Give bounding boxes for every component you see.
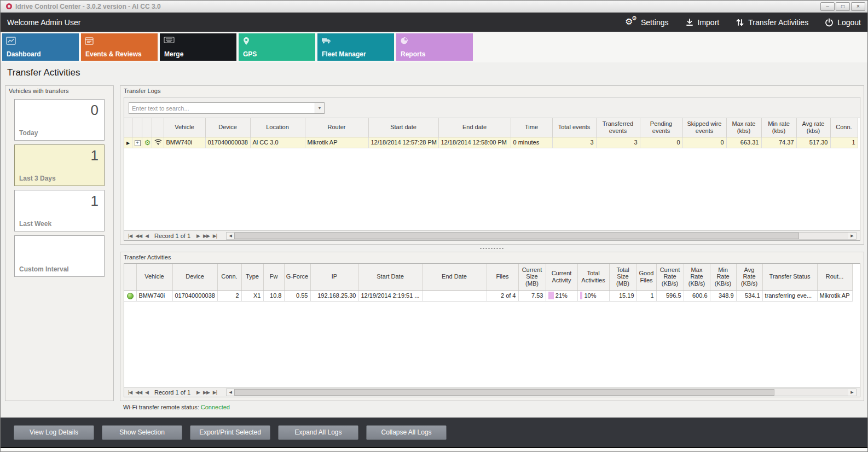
cell-avg-rate[interactable]: 517.30 xyxy=(796,137,830,148)
column-header[interactable]: Device xyxy=(172,264,217,290)
expand-all-logs-button[interactable]: Expand All Logs xyxy=(278,425,358,440)
column-header[interactable]: Transferred events xyxy=(596,118,640,137)
column-header[interactable]: Avg rate (kbs) xyxy=(796,118,830,137)
scrollbar-track[interactable] xyxy=(234,389,848,396)
scrollbar-thumb[interactable] xyxy=(234,389,774,396)
column-header[interactable]: Min Rate (KB/s) xyxy=(710,264,736,290)
collapse-all-logs-button[interactable]: Collapse All Logs xyxy=(366,425,447,440)
column-header[interactable]: Device xyxy=(205,118,250,137)
scrollbar-thumb[interactable] xyxy=(234,233,799,239)
scroll-right-icon[interactable]: ▶ xyxy=(848,390,856,395)
column-header[interactable]: Total Activities xyxy=(577,264,609,290)
cell-min-rate[interactable]: 74.37 xyxy=(761,137,796,148)
panel-splitter[interactable] xyxy=(120,246,864,251)
view-log-details-button[interactable]: View Log Details xyxy=(14,425,94,440)
pager-next-page-button[interactable]: ▶▶ xyxy=(202,233,210,239)
column-header[interactable]: Conn. xyxy=(830,118,858,137)
scroll-left-icon[interactable]: ◀ xyxy=(227,234,234,238)
tile-gps[interactable]: GPS xyxy=(239,33,315,61)
scroll-left-icon[interactable]: ◀ xyxy=(227,390,234,395)
cell-ip[interactable]: 192.168.25.30 xyxy=(310,290,358,301)
cell-files[interactable]: 2 of 4 xyxy=(487,290,518,301)
cell-fw[interactable]: 10.8 xyxy=(263,290,284,301)
cell-g-force[interactable]: 0.55 xyxy=(284,290,310,301)
cell-device[interactable]: 017040000038 xyxy=(205,137,250,148)
tile-dashboard[interactable]: Dashboard xyxy=(2,33,79,61)
column-header[interactable]: Time xyxy=(511,118,552,137)
cell-transferred-events[interactable]: 3 xyxy=(596,137,640,148)
pager-first-button[interactable]: |◀ xyxy=(128,390,132,395)
cell-router[interactable]: Mikrotik AP xyxy=(305,137,368,148)
column-header[interactable]: Skipped wire events xyxy=(682,118,726,137)
cell-start-date[interactable]: 12/18/2014 12:57:28 PM xyxy=(368,137,438,148)
cell-location[interactable]: Al CC 3.0 xyxy=(250,137,305,148)
column-header[interactable]: Min rate (kbs) xyxy=(761,118,796,137)
column-header[interactable]: Max rate (kbs) xyxy=(726,118,761,137)
cell-max-rate[interactable]: 600.6 xyxy=(684,290,710,301)
column-header[interactable]: Vehicle xyxy=(136,264,172,290)
activity-row[interactable]: BMW740i 017040000038 2 X1 10.8 0.55 192.… xyxy=(124,290,852,301)
pager-next-button[interactable]: ▶ xyxy=(196,390,200,395)
column-header[interactable]: G-Force xyxy=(284,264,310,290)
cell-conn[interactable]: 1 xyxy=(830,137,858,148)
scrollbar-track[interactable] xyxy=(234,233,848,239)
import-button[interactable]: Import xyxy=(685,18,720,27)
tile-merge[interactable]: Merge xyxy=(160,33,236,61)
cell-router[interactable]: Mikrotik AP xyxy=(817,290,852,301)
cell-device[interactable]: 017040000038 xyxy=(172,290,217,301)
horizontal-scrollbar[interactable]: ◀ ▶ xyxy=(226,389,857,396)
search-dropdown-button[interactable]: ▼ xyxy=(315,103,324,113)
card-custom-interval[interactable]: Custom Interval xyxy=(14,235,105,277)
column-header[interactable]: Fw xyxy=(263,264,284,290)
cell-current-size[interactable]: 7.53 xyxy=(518,290,546,301)
column-header[interactable]: Transfer Status xyxy=(762,264,817,290)
cell-time[interactable]: 0 minutes xyxy=(511,137,552,148)
card-last-week[interactable]: 1 Last Week xyxy=(14,190,105,231)
cell-current-activity[interactable]: 21% xyxy=(546,290,577,301)
search-input[interactable] xyxy=(129,103,315,113)
column-header[interactable]: Current Activity xyxy=(546,264,577,290)
tile-fleet-manager[interactable]: Fleet Manager xyxy=(317,33,394,61)
cell-type[interactable]: X1 xyxy=(241,290,263,301)
cell-end-date[interactable] xyxy=(422,290,487,301)
horizontal-scrollbar[interactable]: ◀ ▶ xyxy=(226,232,857,240)
cell-start-date[interactable]: 12/19/2014 2:19:51 ... xyxy=(358,290,422,301)
cell-conn[interactable]: 2 xyxy=(217,290,241,301)
cell-end-date[interactable]: 12/18/2014 12:58:00 PM xyxy=(438,137,511,148)
column-header[interactable]: Current Size (MB) xyxy=(518,264,546,290)
cell-max-rate[interactable]: 663.31 xyxy=(726,137,761,148)
minimize-button[interactable]: – xyxy=(820,2,835,11)
cell-transfer-status[interactable]: transferring eve... xyxy=(762,290,817,301)
cell-avg-rate[interactable]: 534.1 xyxy=(736,290,762,301)
cell-vehicle[interactable]: BMW740i xyxy=(164,137,205,148)
column-header[interactable]: Max Rate (KB/s) xyxy=(684,264,710,290)
column-header[interactable]: Type xyxy=(241,264,263,290)
column-header[interactable]: Total Size (MB) xyxy=(609,264,636,290)
cell-good-files[interactable]: 1 xyxy=(636,290,656,301)
column-header[interactable]: Current Rate (KB/s) xyxy=(656,264,684,290)
pager-last-button[interactable]: ▶| xyxy=(212,233,217,239)
close-button[interactable]: × xyxy=(851,2,865,11)
column-header[interactable]: Conn. xyxy=(217,264,241,290)
pager-prev-page-button[interactable]: ◀◀ xyxy=(135,233,142,239)
column-header[interactable]: Location xyxy=(250,118,305,137)
card-today[interactable]: 0 Today xyxy=(14,99,105,141)
pager-first-button[interactable]: |◀ xyxy=(128,233,132,239)
pager-last-button[interactable]: ▶| xyxy=(212,390,217,395)
show-selection-button[interactable]: Show Selection xyxy=(102,425,182,440)
tile-reports[interactable]: Reports xyxy=(396,33,473,61)
scroll-right-icon[interactable]: ▶ xyxy=(848,234,856,238)
column-header[interactable]: Files xyxy=(487,264,518,290)
settings-button[interactable]: ⚙ ⚙ Settings xyxy=(625,18,669,27)
cell-min-rate[interactable]: 348.9 xyxy=(710,290,736,301)
column-header[interactable]: End Date xyxy=(422,264,487,290)
column-header[interactable]: Pending events xyxy=(640,118,682,137)
column-header[interactable]: End date xyxy=(438,118,511,137)
transfer-activities-button[interactable]: Transfer Activities xyxy=(736,18,808,27)
column-header[interactable]: Total events xyxy=(552,118,596,137)
column-header[interactable]: Rout... xyxy=(817,264,852,290)
expand-cell[interactable]: + xyxy=(132,137,142,148)
column-header[interactable]: Good Files xyxy=(636,264,656,290)
maximize-button[interactable]: □ xyxy=(836,2,850,11)
pager-prev-button[interactable]: ◀ xyxy=(144,390,149,395)
